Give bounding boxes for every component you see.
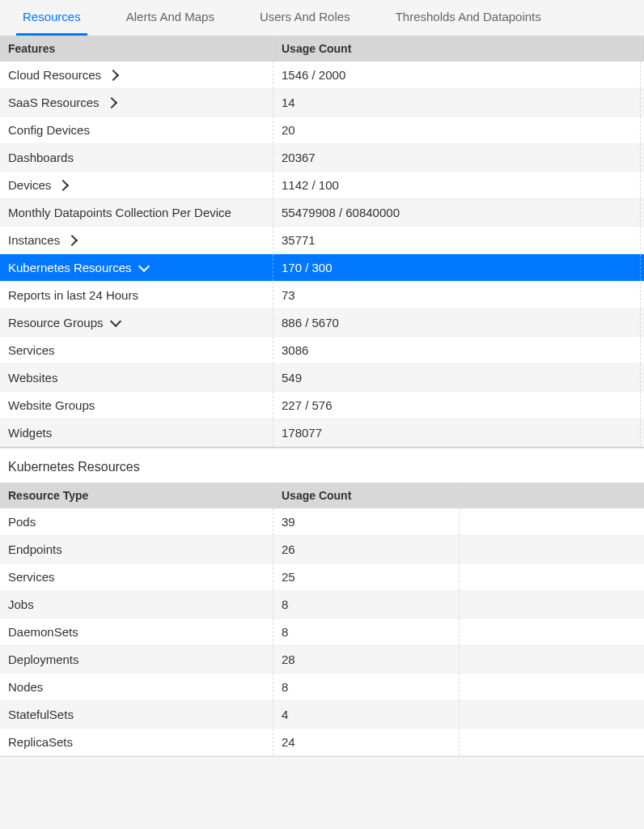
- row-label: StatefulSets: [0, 701, 273, 728]
- table-row-resource-groups[interactable]: Resource Groups 886 / 5670: [0, 309, 644, 337]
- row-label: Widgets: [8, 426, 52, 440]
- table-row-devices[interactable]: Devices 1142 / 100: [0, 172, 644, 199]
- row-label: Websites: [8, 371, 57, 385]
- sub-row-replicasets[interactable]: ReplicaSets 24: [0, 729, 644, 756]
- row-value: 8: [273, 591, 460, 618]
- row-value: 73: [273, 282, 641, 308]
- row-label: Monthly Datapoints Collection Per Device: [8, 206, 231, 219]
- sub-row-jobs[interactable]: Jobs 8: [0, 591, 644, 619]
- chevron-right-icon: [66, 234, 78, 245]
- table-row-dashboards[interactable]: Dashboards 20367: [0, 144, 644, 172]
- row-value: 28: [273, 646, 460, 673]
- header-features[interactable]: Features: [0, 36, 273, 62]
- footer-spacer: [0, 756, 644, 789]
- row-value: 14: [273, 89, 641, 116]
- row-value: 24: [273, 729, 460, 755]
- row-value: 8: [273, 674, 460, 700]
- table-row-services[interactable]: Services 3086: [0, 337, 644, 364]
- row-label: Resource Groups: [8, 316, 104, 329]
- row-value: 20367: [273, 144, 641, 171]
- row-value: 35771: [273, 227, 641, 253]
- row-label: Jobs: [0, 591, 273, 618]
- tab-resources[interactable]: Resources: [16, 0, 87, 36]
- row-label: Kubernetes Resources: [8, 261, 132, 274]
- table-row-saas-resources[interactable]: SaaS Resources 14: [0, 89, 644, 117]
- table-row-config-devices[interactable]: Config Devices 20: [0, 117, 644, 144]
- table-row-cloud-resources[interactable]: Cloud Resources 1546 / 2000: [0, 62, 644, 89]
- sub-row-daemonsets[interactable]: DaemonSets 8: [0, 619, 644, 646]
- table-row-reports[interactable]: Reports in last 24 Hours 73: [0, 282, 644, 309]
- chevron-right-icon: [57, 179, 69, 190]
- features-table: Features Usage Count Cloud Resources 154…: [0, 36, 644, 447]
- row-label: Website Groups: [8, 398, 95, 412]
- row-value: 170 / 300: [273, 254, 641, 281]
- row-value: 1546 / 2000: [273, 62, 641, 88]
- row-value: 886 / 5670: [273, 309, 641, 336]
- tab-alerts-and-maps[interactable]: Alerts And Maps: [120, 0, 221, 36]
- table-row-widgets[interactable]: Widgets 178077: [0, 419, 644, 447]
- row-value: 55479908 / 60840000: [273, 199, 641, 226]
- kubernetes-sub-table: Resource Type Usage Count Pods 39 Endpoi…: [0, 483, 644, 756]
- table-row-website-groups[interactable]: Website Groups 227 / 576: [0, 392, 644, 419]
- row-value: 549: [273, 364, 641, 391]
- row-value: 178077: [273, 419, 641, 446]
- row-label: Instances: [8, 233, 60, 247]
- table-row-monthly-datapoints[interactable]: Monthly Datapoints Collection Per Device…: [0, 199, 644, 227]
- row-value: 26: [273, 536, 460, 563]
- header-usage-count[interactable]: Usage Count: [273, 36, 641, 62]
- sub-row-endpoints[interactable]: Endpoints 26: [0, 536, 644, 563]
- chevron-right-icon: [105, 96, 117, 108]
- row-value: 227 / 576: [273, 392, 641, 419]
- sub-row-pods[interactable]: Pods 39: [0, 508, 644, 536]
- row-label: SaaS Resources: [8, 96, 100, 109]
- chevron-right-icon: [108, 69, 119, 80]
- row-label: Deployments: [0, 646, 273, 673]
- table-row-instances[interactable]: Instances 35771: [0, 227, 644, 254]
- row-value: 20: [273, 117, 641, 143]
- row-label: Nodes: [0, 674, 273, 700]
- row-value: 3086: [273, 337, 641, 363]
- header-resource-type[interactable]: Resource Type: [0, 483, 273, 508]
- tab-bar: Resources Alerts And Maps Users And Role…: [0, 0, 644, 36]
- row-value: 25: [273, 563, 460, 590]
- row-value: 8: [273, 619, 460, 645]
- row-label: Pods: [0, 508, 273, 535]
- row-label: DaemonSets: [0, 619, 273, 645]
- table-row-kubernetes-resources[interactable]: Kubernetes Resources 170 / 300: [0, 254, 644, 282]
- sub-table-header: Resource Type Usage Count: [0, 483, 644, 508]
- row-label: Devices: [8, 178, 51, 192]
- table-row-websites[interactable]: Websites 549: [0, 364, 644, 392]
- sub-row-deployments[interactable]: Deployments 28: [0, 646, 644, 674]
- row-label: Services: [0, 563, 273, 590]
- row-label: ReplicaSets: [0, 729, 273, 755]
- sub-row-nodes[interactable]: Nodes 8: [0, 674, 644, 701]
- sub-row-services[interactable]: Services 25: [0, 563, 644, 591]
- chevron-down-icon: [109, 315, 121, 326]
- row-label: Dashboards: [8, 151, 74, 164]
- features-table-header: Features Usage Count: [0, 36, 644, 62]
- sub-section-title: Kubernetes Resources: [0, 448, 644, 483]
- row-label: Endpoints: [0, 536, 273, 563]
- header-usage-count[interactable]: Usage Count: [273, 483, 460, 508]
- chevron-down-icon: [138, 260, 150, 271]
- row-label: Reports in last 24 Hours: [8, 288, 138, 302]
- row-label: Services: [8, 343, 55, 357]
- row-value: 39: [273, 508, 460, 535]
- sub-row-statefulsets[interactable]: StatefulSets 4: [0, 701, 644, 729]
- row-value: 4: [273, 701, 460, 728]
- row-label: Cloud Resources: [8, 68, 101, 82]
- row-value: 1142 / 100: [273, 172, 641, 198]
- tab-thresholds-and-datapoints[interactable]: Thresholds And Datapoints: [389, 0, 548, 36]
- row-label: Config Devices: [8, 123, 90, 137]
- tab-users-and-roles[interactable]: Users And Roles: [253, 0, 357, 36]
